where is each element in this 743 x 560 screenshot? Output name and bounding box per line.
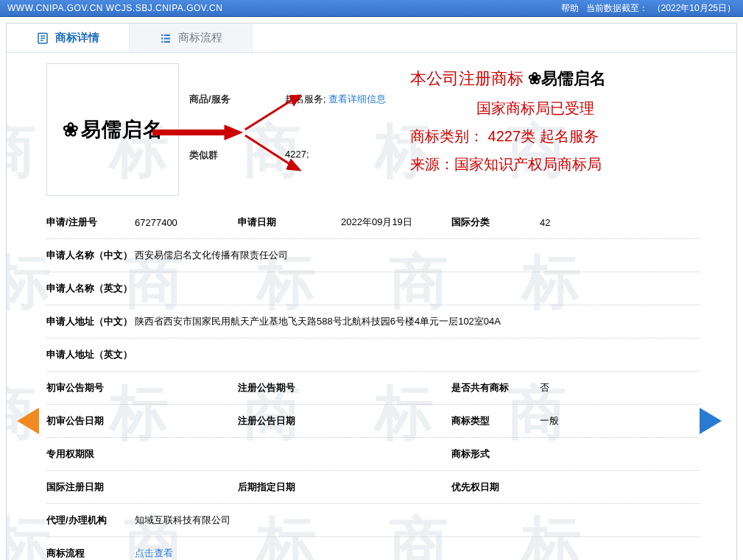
top-bar: WWW.CNIPA.GOV.CN WCJS.SBJ.CNIPA.GOV.CN 帮… [0,0,743,17]
svg-rect-6 [161,38,163,39]
list-icon [159,32,172,45]
excl-right-period-label: 专用权期限 [46,447,135,461]
svg-marker-10 [17,408,39,434]
prelim-ann-no-label: 初审公告期号 [46,381,135,394]
similar-group-label: 类似群 [189,149,233,162]
user-annotation: 本公司注册商标 ❀易儒启名 国家商标局已受理 商标类别： 4227类 起名服务 … [410,63,700,196]
main-panel: 商标详情 商标流程 商 标 商 标 商 商 标 商 标 商 标 商 标 商 标 … [6,23,737,560]
document-icon [36,32,49,45]
svg-rect-8 [161,40,163,42]
applicant-en-label: 申请人名称（英文） [46,282,135,295]
site-urls: WWW.CNIPA.GOV.CN WCJS.SBJ.CNIPA.GOV.CN [7,3,222,13]
svg-rect-5 [164,34,170,35]
app-date-label: 申请日期 [238,216,341,229]
tm-type-label: 商标类型 [451,414,540,428]
tab-trademark-detail[interactable]: 商标详情 [7,24,130,52]
agency-label: 代理/办理机构 [46,514,135,527]
prelim-ann-date-label: 初审公告日期 [46,414,135,428]
next-record-button[interactable] [698,406,725,436]
applicant-cn-label: 申请人名称（中文） [46,249,135,262]
shared-tm-value: 否 [540,381,700,394]
similar-group-value: 4227; [285,149,309,160]
addr-cn-label: 申请人地址（中文） [46,315,135,328]
applicant-cn-value: 西安易儒启名文化传播有限责任公司 [135,249,700,262]
data-cutoff-label: 当前数据截至： [586,3,648,13]
goods-services-label: 商品/服务 [189,93,233,106]
addr-cn-value: 陕西省西安市国家民用航天产业基地飞天路588号北航科技园6号楼4单元一层102室… [135,315,700,328]
svg-rect-9 [164,40,170,42]
intl-reg-date-label: 国际注册日期 [46,481,135,494]
data-cutoff-date: （2022年10月25日） [652,3,736,13]
priority-date-label: 优先权日期 [451,481,540,494]
late-desig-date-label: 后期指定日期 [238,481,341,494]
svg-rect-7 [164,38,170,39]
tab-label: 商标详情 [55,31,99,45]
tab-label: 商标流程 [178,31,222,45]
svg-marker-11 [700,408,722,434]
app-reg-no-label: 申请/注册号 [46,216,135,229]
intl-class-label: 国际分类 [451,216,540,229]
agency-value: 知域互联科技有限公司 [135,514,700,527]
prev-record-button[interactable] [14,406,41,436]
trademark-text: 易儒启名 [81,116,163,143]
process-view-link[interactable]: 点击查看 [135,547,173,559]
app-reg-no-value: 67277400 [135,217,238,228]
tm-form-label: 商标形式 [451,447,540,461]
tm-type-value: 一般 [540,414,700,428]
reg-ann-no-label: 注册公告期号 [238,381,341,394]
reg-ann-date-label: 注册公告日期 [238,414,341,428]
trademark-image: ❀易儒启名 [46,63,179,196]
intl-class-value: 42 [540,217,700,228]
tab-trademark-process[interactable]: 商标流程 [130,24,253,52]
svg-rect-4 [161,34,163,35]
app-date-value: 2022年09月19日 [341,216,451,229]
flower-icon: ❀ [63,120,80,139]
tab-bar: 商标详情 商标流程 [7,24,736,53]
goods-services-value: 起名服务; [285,93,326,104]
process-label: 商标流程 [46,547,135,560]
shared-tm-label: 是否共有商标 [451,381,540,394]
svg-marker-13 [225,125,242,140]
goods-services-detail-link[interactable]: 查看详细信息 [328,93,386,104]
detail-table: 申请/注册号 67277400 申请日期 2022年09月19日 国际分类 42… [46,206,700,560]
help-link[interactable]: 帮助 [561,3,579,13]
addr-en-label: 申请人地址（英文） [46,348,135,361]
